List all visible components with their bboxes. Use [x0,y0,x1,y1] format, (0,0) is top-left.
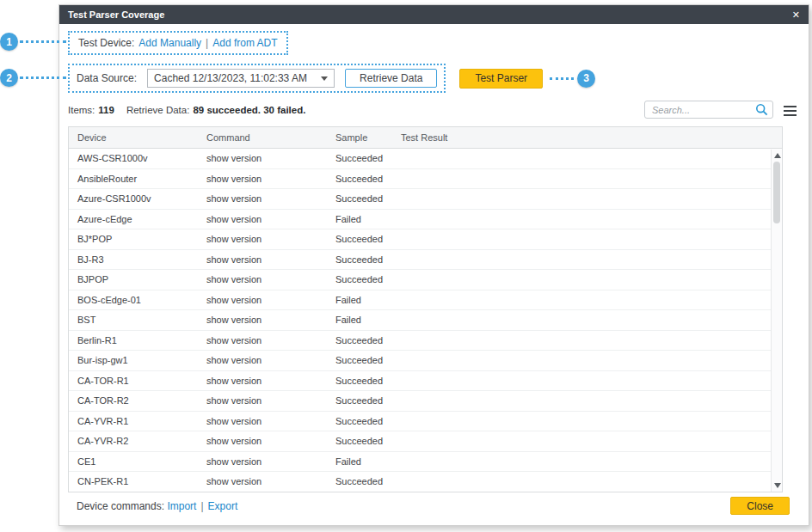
table-cell: Azure-cEdge [69,209,198,229]
table-cell: Succeeded [327,229,392,250]
table-cell [392,189,782,210]
annotation-circle-1: 1 [0,33,18,51]
dialog-footer: Device commands: Import | Export Close [77,497,790,515]
table-row[interactable]: CA-TOR-R2show versionSucceeded [69,391,782,412]
table-row[interactable]: BJ*POPshow versionSucceeded [69,229,782,250]
table-row[interactable]: AWS-CSR1000vshow versionSucceeded [69,149,782,169]
table-cell: CE1 [69,451,198,472]
table-cell: AWS-CSR1000v [69,149,198,169]
data-source-selected-value: Cached 12/13/2023, 11:02:33 AM [154,72,307,84]
close-button[interactable]: Close [730,497,790,515]
search-icon[interactable] [755,103,768,116]
table-cell: show version [198,290,327,310]
annotation-line-1 [20,40,66,43]
table-row[interactable]: BJ-R3show versionSucceeded [69,249,782,270]
annotation-line-3 [550,77,574,80]
table-row[interactable]: CE1show versionFailed [69,451,782,472]
test-device-row: Test Device: Add Manually | Add from ADT [68,31,797,55]
table-row[interactable]: Bur-isp-gw1show versionSucceeded [69,351,782,371]
table-cell: show version [198,411,327,431]
table-cell: Bur-isp-gw1 [69,351,198,371]
table-row[interactable]: BSTshow versionFailed [69,310,782,331]
scroll-down-icon[interactable] [774,483,781,488]
scrollbar-thumb[interactable] [773,162,780,223]
table-cell: show version [198,310,327,331]
table-cell: Succeeded [327,391,392,412]
data-source-highlight-box: Data Source: Cached 12/13/2023, 11:02:33… [68,64,446,93]
annotation-circle-3: 3 [577,70,595,88]
table-cell: BJ-R3 [69,249,198,270]
close-icon[interactable]: ✕ [792,9,800,21]
table-cell: Succeeded [327,249,392,270]
table-cell: Succeeded [327,411,392,431]
device-table-body: AWS-CSR1000vshow versionSucceededAnsible… [69,149,782,492]
device-table: Device Command Sample Test Result AWS-CS… [68,126,783,492]
table-row[interactable]: CA-YVR-R1show versionSucceeded [69,411,782,431]
table-cell: show version [198,451,327,472]
retrieve-data-button[interactable]: Retrieve Data [345,69,437,88]
data-source-select[interactable]: Cached 12/13/2023, 11:02:33 AM [147,69,335,88]
test-device-highlight-box: Test Device: Add Manually | Add from ADT [68,31,288,55]
table-cell: CA-YVR-R2 [69,431,198,452]
table-cell: show version [198,431,327,452]
table-cell: Succeeded [327,370,392,391]
table-cell: CA-YVR-R1 [69,411,198,431]
test-device-divider: | [206,37,208,49]
table-row[interactable]: CA-TOR-R1show versionSucceeded [69,370,782,391]
table-cell: show version [198,351,327,371]
column-header-device[interactable]: Device [69,127,198,149]
table-cell: show version [198,229,327,250]
table-cell: Failed [327,451,392,472]
table-cell [392,472,782,492]
table-cell [392,351,782,371]
table-cell: Succeeded [327,189,392,210]
table-cell [392,209,782,229]
test-parser-coverage-dialog: Test Parser Coverage ✕ Test Device: Add … [58,4,809,526]
table-cell [392,391,782,412]
table-cell: BOS-cEdge-01 [69,290,198,310]
table-cell: Succeeded [327,149,392,169]
import-link[interactable]: Import [167,500,196,512]
column-header-sample[interactable]: Sample [327,127,392,149]
dialog-title: Test Parser Coverage [68,9,164,20]
table-cell: show version [198,168,327,189]
dialog-titlebar: Test Parser Coverage ✕ [59,5,809,24]
table-row[interactable]: Azure-cEdgeshow versionFailed [69,209,782,229]
table-cell: CN-PEK-R1 [69,472,198,492]
table-row[interactable]: BOS-cEdge-01show versionFailed [69,290,782,310]
table-row[interactable]: Azure-CSR1000vshow versionSucceeded [69,189,782,210]
page: 1 2 Test Parser Coverage ✕ Test Device: … [0,0,812,532]
search-box [644,101,773,119]
table-cell [392,451,782,472]
table-cell: show version [198,270,327,290]
table-row[interactable]: CA-YVR-R2show versionSucceeded [69,431,782,452]
dialog-body: Test Device: Add Manually | Add from ADT… [59,24,809,525]
table-cell: CA-TOR-R2 [69,391,198,412]
table-cell: Azure-CSR1000v [69,189,198,210]
table-row[interactable]: BJPOPshow versionSucceeded [69,270,782,290]
table-row[interactable]: Berlin-R1show versionSucceeded [69,330,782,351]
scroll-up-icon[interactable] [774,153,781,158]
add-from-adt-link[interactable]: Add from ADT [212,37,277,49]
table-row[interactable]: CN-PEK-R1show versionSucceeded [69,472,782,492]
footer-divider: | [200,500,203,512]
table-cell: show version [198,149,327,169]
table-cell: show version [198,209,327,229]
data-source-row: Data Source: Cached 12/13/2023, 11:02:33… [68,64,797,93]
test-parser-button[interactable]: Test Parser [459,69,543,89]
device-commands-label: Device commands: [77,500,164,512]
menu-icon[interactable] [784,106,797,107]
table-scrollbar[interactable] [771,150,782,492]
table-cell [392,270,782,290]
add-manually-link[interactable]: Add Manually [138,37,201,49]
column-header-test-result[interactable]: Test Result [392,127,782,149]
table-cell: Succeeded [327,330,392,351]
retrieve-summary-label: Retrieve Data: [126,105,190,115]
retrieve-summary-value: 89 succeeded. 30 failed. [193,105,305,115]
table-cell: Failed [327,290,392,310]
table-row[interactable]: AnsibleRoutershow versionSucceeded [69,168,782,189]
table-cell [392,290,782,310]
column-header-command[interactable]: Command [198,127,327,149]
search-input[interactable] [644,101,773,119]
export-link[interactable]: Export [208,500,238,512]
